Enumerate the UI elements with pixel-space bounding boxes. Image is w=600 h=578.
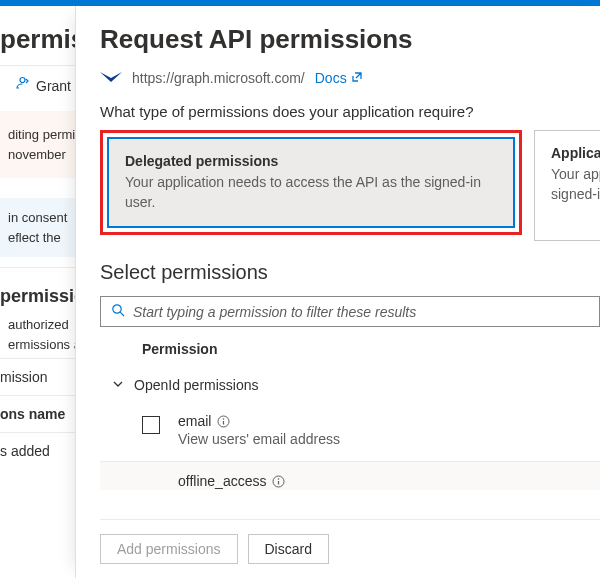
permission-column-header: Permission (100, 327, 600, 367)
info-icon[interactable] (217, 415, 230, 428)
add-permissions-button[interactable]: Add permissions (100, 534, 238, 564)
application-permissions-card[interactable]: Application Your application signed-in u… (534, 130, 600, 241)
group-label: OpenId permissions (134, 377, 259, 393)
card-title: Application (551, 145, 600, 161)
svg-point-2 (223, 418, 225, 420)
search-icon (111, 303, 125, 320)
permission-search-input[interactable] (133, 304, 589, 320)
permission-type-cards: Delegated permissions Your application n… (100, 130, 600, 241)
permission-search-box[interactable] (100, 296, 600, 327)
api-url: https://graph.microsoft.com/ (132, 70, 305, 86)
permission-name: offline_access (178, 473, 285, 489)
request-permissions-panel: Request API permissions https://graph.mi… (75, 6, 600, 578)
panel-footer: Add permissions Discard (100, 519, 600, 578)
docs-link[interactable]: Docs (315, 70, 363, 86)
external-link-icon (351, 70, 363, 86)
highlight-annotation: Delegated permissions Your application n… (100, 130, 522, 235)
permission-desc: View users' email address (178, 431, 340, 447)
permission-checkbox[interactable] (142, 416, 160, 434)
openid-permissions-group[interactable]: OpenId permissions (100, 367, 600, 403)
panel-title: Request API permissions (100, 6, 600, 69)
delegated-permissions-card[interactable]: Delegated permissions Your application n… (107, 137, 515, 228)
permission-row-email[interactable]: email View users' email address (100, 403, 600, 461)
card-desc: Your application signed-in user (551, 165, 600, 204)
card-title: Delegated permissions (125, 153, 497, 169)
api-row: https://graph.microsoft.com/ Docs (100, 69, 600, 103)
discard-button[interactable]: Discard (248, 534, 329, 564)
docs-link-label: Docs (315, 70, 347, 86)
permission-name: email (178, 413, 340, 429)
permission-row-offline-access[interactable]: offline_access (100, 462, 600, 490)
person-icon (14, 76, 30, 95)
svg-point-4 (278, 478, 280, 480)
permission-type-question: What type of permissions does your appli… (100, 103, 600, 130)
card-desc: Your application needs to access the API… (125, 173, 497, 212)
svg-point-0 (113, 305, 121, 313)
select-permissions-title: Select permissions (100, 241, 600, 296)
chevron-down-icon (112, 377, 124, 393)
graph-api-icon (100, 69, 122, 87)
info-icon[interactable] (272, 475, 285, 488)
